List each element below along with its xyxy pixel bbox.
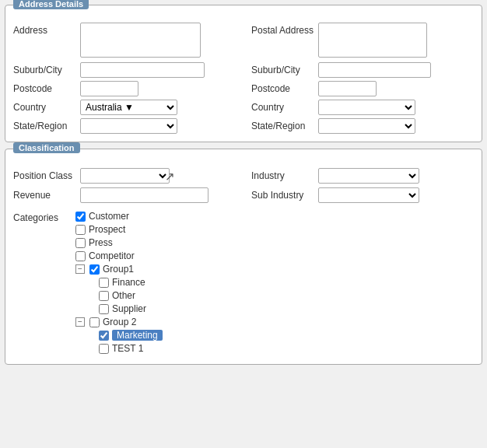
address-details-section: Address Details Address Suburb/City Post… <box>5 5 482 142</box>
list-item: − Group1 <box>75 264 474 275</box>
postcode-right-input[interactable] <box>318 81 377 96</box>
press-label: Press <box>89 237 113 248</box>
prospect-label: Prospect <box>89 224 125 235</box>
test1-checkbox[interactable] <box>99 344 109 354</box>
country-right-label: Country <box>251 100 314 113</box>
list-item: TEST 1 <box>99 343 474 354</box>
country-right-select[interactable]: Australia <box>318 100 415 115</box>
revenue-label: Revenue <box>13 187 75 201</box>
categories-label: Categories <box>13 211 75 356</box>
customer-checkbox[interactable] <box>75 212 86 222</box>
categories-content: Customer Prospect Press Competitor <box>75 211 474 356</box>
group2-label: Group 2 <box>103 317 136 327</box>
position-class-select[interactable] <box>80 168 170 184</box>
postal-address-label: Postal Address <box>251 23 314 36</box>
address-input[interactable] <box>80 23 201 58</box>
industry-label: Industry <box>251 168 314 181</box>
supplier-checkbox[interactable] <box>99 304 109 314</box>
group1-checkbox[interactable] <box>89 264 100 275</box>
list-item: Competitor <box>75 250 474 261</box>
categories-section: Categories Customer Prospect Press <box>13 211 474 356</box>
list-item: Supplier <box>99 303 474 314</box>
country-label: Country <box>13 100 75 113</box>
marketing-checkbox[interactable] <box>99 331 109 341</box>
suburb-right-label: Suburb/City <box>251 62 314 75</box>
industry-select[interactable] <box>318 168 419 184</box>
state-select[interactable] <box>80 118 177 134</box>
supplier-label: Supplier <box>112 303 146 314</box>
prospect-checkbox[interactable] <box>75 225 86 235</box>
test1-label: TEST 1 <box>112 343 143 354</box>
suburb-label: Suburb/City <box>13 62 75 75</box>
other-label: Other <box>112 290 135 301</box>
postcode-right-label: Postcode <box>251 81 314 94</box>
sub-industry-label: Sub Industry <box>251 187 314 201</box>
state-right-label: State/Region <box>251 118 314 131</box>
list-item: Press <box>75 237 474 248</box>
list-item: Prospect <box>75 224 474 235</box>
list-item: Finance <box>99 277 474 288</box>
address-details-title: Address Details <box>13 0 89 9</box>
state-label: State/Region <box>13 118 75 131</box>
position-class-label: Position Class <box>13 168 75 181</box>
country-select[interactable]: Australia ▼ New Zealand United States <box>80 100 177 115</box>
postcode-label: Postcode <box>13 81 75 94</box>
customer-label: Customer <box>89 211 129 222</box>
classification-title: Classification <box>13 142 80 153</box>
group1-label: Group1 <box>103 264 134 275</box>
address-label: Address <box>13 23 75 36</box>
group1-toggle[interactable]: − <box>75 264 85 274</box>
list-item: Customer <box>75 211 474 222</box>
finance-checkbox[interactable] <box>99 278 109 288</box>
competitor-label: Competitor <box>89 250 135 261</box>
list-item: Marketing <box>99 330 474 341</box>
finance-label: Finance <box>112 277 145 288</box>
revenue-input[interactable] <box>80 187 208 203</box>
list-item: Other <box>99 290 474 301</box>
state-right-select[interactable] <box>318 118 415 134</box>
classification-section: Classification Position Class ↗ Revenue <box>5 149 482 365</box>
list-item: − Group 2 <box>75 317 474 327</box>
group2-checkbox[interactable] <box>89 317 100 327</box>
suburb-right-input[interactable] <box>318 62 431 78</box>
group2-toggle[interactable]: − <box>75 317 85 327</box>
marketing-label: Marketing <box>112 330 163 341</box>
competitor-checkbox[interactable] <box>75 251 86 261</box>
sub-industry-select[interactable] <box>318 187 419 203</box>
other-checkbox[interactable] <box>99 291 109 301</box>
postcode-input[interactable] <box>80 81 138 96</box>
postal-address-input[interactable] <box>318 23 427 58</box>
suburb-input[interactable] <box>80 62 205 78</box>
press-checkbox[interactable] <box>75 238 86 248</box>
